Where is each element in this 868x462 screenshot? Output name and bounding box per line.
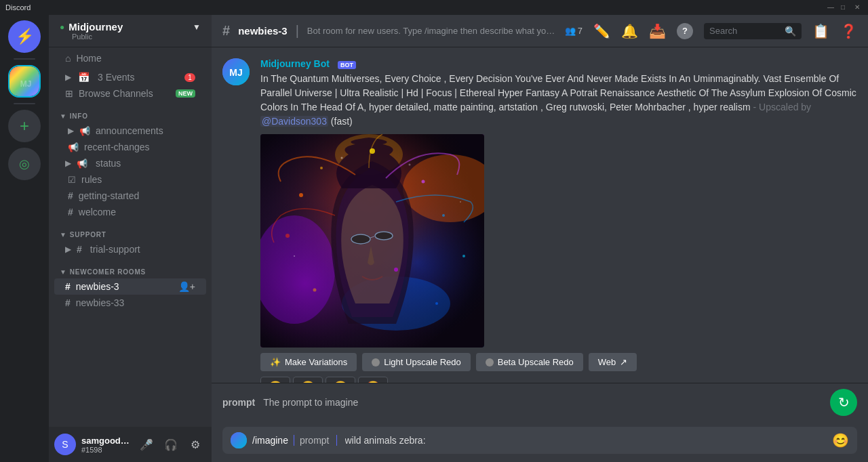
prompt-separator — [336, 435, 337, 446]
web-button[interactable]: Web ↗ — [589, 353, 637, 371]
sidebar-item-events[interactable]: ▶ 📅 3 Events 1 — [54, 69, 206, 85]
expand-arrow-trial-icon: ▶ — [65, 245, 71, 254]
bot-badge: BOT — [338, 61, 356, 69]
channel-newbies-33-label: newbies-33 — [76, 297, 195, 308]
discover-servers-button[interactable]: ◎ — [8, 148, 41, 180]
mute-button[interactable]: 🎤 — [136, 434, 157, 455]
channel-recent-changes-label: recent-changes — [84, 142, 195, 152]
help2-button[interactable]: ❓ — [840, 23, 857, 39]
inbox-button[interactable]: 📥 — [649, 23, 666, 39]
prompt-description: The prompt to imagine — [263, 397, 358, 408]
header-actions: 👥 7 ✏️ 🔔 📥 ? Search 🔍 📋 ❓ — [565, 23, 857, 39]
settings-button[interactable]: ⚙ — [184, 434, 206, 455]
reaction-neutral[interactable]: 😑 — [293, 377, 323, 383]
message-text: In The Quantum Multiverses, Every Choice… — [260, 72, 857, 129]
help-button[interactable]: ? — [677, 23, 693, 39]
make-variations-label: Make Variations — [285, 357, 347, 367]
events-label: 3 Events — [98, 72, 179, 83]
channel-hash-icon: # — [222, 23, 230, 39]
external-link-icon: ↗ — [620, 357, 627, 367]
server-sidebar: ⚡ MJ + ◎ — [0, 15, 49, 462]
notification-button[interactable]: 🔔 — [621, 23, 638, 39]
svg-point-27 — [435, 302, 438, 305]
calendar-icon: 📅 — [78, 72, 90, 83]
command-text: /imagine — [252, 435, 288, 446]
svg-text:MJ: MJ — [229, 67, 242, 78]
message-mention[interactable]: @Davidson303 — [260, 116, 328, 127]
username: samgoodw... — [81, 436, 130, 446]
hash-getting-started-icon: # — [68, 190, 73, 201]
events-badge: 1 — [184, 73, 195, 82]
channel-header: # newbies-3 | Bot room for new users. Ty… — [212, 15, 868, 47]
channel-status[interactable]: ▶ 📢 status — [54, 155, 206, 171]
megaphone2-icon: 📢 — [68, 142, 79, 152]
add-server-button[interactable]: + — [8, 110, 41, 142]
channel-announcements[interactable]: ▶ 📢 announcements — [54, 123, 206, 139]
refresh-button[interactable]: ↻ — [830, 389, 857, 416]
channel-welcome-label: welcome — [79, 207, 195, 217]
section-header-support[interactable]: ▼ SUPPORT — [49, 220, 212, 241]
events-arrow-icon: ▶ — [65, 72, 71, 82]
prompt-label: prompt — [222, 397, 255, 408]
channel-trial-support[interactable]: ▶ # trial-support — [54, 241, 206, 257]
maximize-button[interactable]: □ — [841, 3, 849, 12]
channel-newbies-3[interactable]: # newbies-3 👤+ — [54, 278, 206, 295]
discord-home-button[interactable]: ⚡ — [8, 20, 41, 53]
beta-upscale-redo-button[interactable]: Beta Upscale Redo — [476, 353, 583, 371]
prompt-field-label: prompt — [300, 435, 330, 446]
channel-newbies-33[interactable]: # newbies-33 — [54, 295, 206, 311]
svg-point-31 — [460, 201, 461, 203]
svg-point-19 — [320, 167, 323, 169]
megaphone-icon: 📢 — [79, 126, 90, 136]
input-box[interactable]: /imagine prompt 😊 — [222, 427, 857, 454]
search-icon: 🔍 — [785, 26, 796, 37]
section-header-newcomer[interactable]: ▼ NEWCOMER ROOMS — [49, 257, 212, 278]
messages-area[interactable]: MJ Midjourney Bot BOT In The Quantum Mul… — [212, 47, 868, 383]
emoji-button[interactable]: 😊 — [832, 432, 849, 448]
user-info: samgoodw... #1598 — [81, 436, 130, 454]
channel-getting-started[interactable]: # getting-started — [54, 188, 206, 204]
server-header[interactable]: ● Midjourney ▼ Public — [49, 15, 212, 47]
command-prefix: /imagine prompt — [252, 435, 340, 446]
server-icon-midjourney[interactable]: MJ — [8, 65, 41, 98]
reaction-row: 😢 😑 😀 🤩 — [260, 377, 857, 383]
server-dropdown-icon: ▼ — [193, 22, 201, 32]
sidebar-item-browse-channels[interactable]: ⊞ Browse Channels NEW — [54, 85, 206, 102]
reaction-happy[interactable]: 😀 — [326, 377, 355, 383]
window-controls: — □ ✕ — [827, 3, 863, 12]
search-box[interactable]: Search 🔍 — [704, 23, 802, 39]
megaphone3-icon: 📢 — [77, 159, 87, 169]
section-header-info[interactable]: ▼ INFO — [49, 102, 212, 123]
make-variations-button[interactable]: ✨ Make Variations — [260, 353, 357, 371]
section-arrow-newcomer: ▼ — [60, 268, 67, 276]
member-count-button[interactable]: 👥 7 — [565, 26, 583, 36]
close-button[interactable]: ✕ — [854, 3, 863, 12]
section-label-info: INFO — [70, 112, 88, 120]
reaction-love[interactable]: 🤩 — [358, 377, 388, 383]
channel-list: ⌂ Home ▶ 📅 3 Events 1 ⊞ Browse Channels … — [49, 47, 212, 427]
add-member-icon[interactable]: 👤+ — [178, 281, 195, 292]
channel-status-label: status — [96, 158, 195, 169]
reaction-sad[interactable]: 😢 — [260, 377, 290, 383]
light-upscale-redo-button[interactable]: Light Upscale Redo — [362, 353, 470, 371]
sidebar-item-home[interactable]: ⌂ Home — [54, 47, 206, 69]
edit-button[interactable]: ✏️ — [593, 23, 610, 39]
inbox-panel-button[interactable]: 📋 — [812, 23, 829, 39]
channel-rules[interactable]: ☑ rules — [54, 171, 206, 188]
variations-icon: ✨ — [270, 357, 281, 367]
message-content: Midjourney Bot BOT In The Quantum Multiv… — [260, 58, 857, 383]
action-buttons: ✨ Make Variations Light Upscale Redo Bet… — [260, 353, 857, 371]
cosmic-portrait-svg — [260, 134, 484, 348]
home-label: Home — [76, 53, 101, 64]
avatar-text: S — [62, 439, 68, 450]
channel-welcome[interactable]: # welcome — [54, 204, 206, 220]
web-label: Web — [598, 357, 616, 367]
deafen-button[interactable]: 🎧 — [160, 434, 182, 455]
channel-recent-changes[interactable]: 📢 recent-changes — [54, 139, 206, 155]
channel-separator: | — [296, 23, 299, 39]
minimize-button[interactable]: — — [827, 3, 835, 12]
message-input[interactable] — [345, 435, 827, 446]
channel-rules-label: rules — [81, 174, 195, 185]
svg-point-13 — [351, 234, 371, 245]
channel-sidebar: ● Midjourney ▼ Public ⌂ Home ▶ 📅 3 Event… — [49, 15, 212, 462]
